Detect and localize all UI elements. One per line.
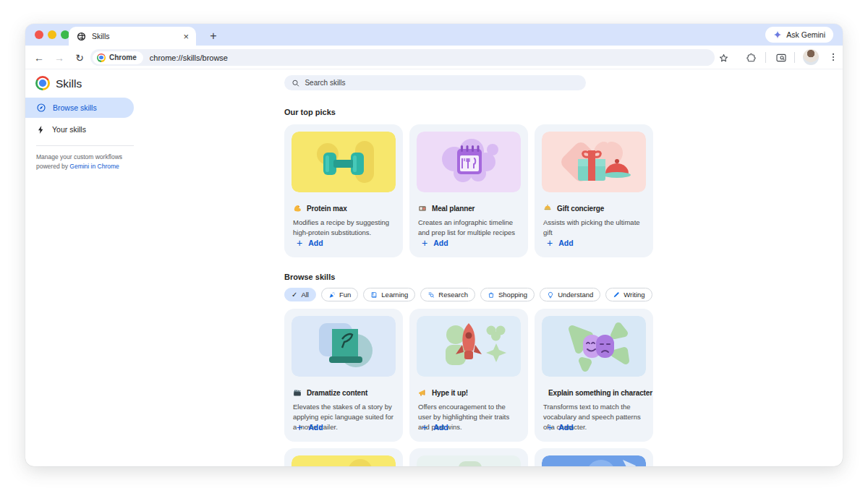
tab-close-icon[interactable]: × [182, 32, 190, 41]
section-heading-top-picks: Our top picks [284, 108, 336, 116]
tab-skills[interactable]: Skills × [69, 27, 196, 46]
chrome-logo-icon [97, 53, 106, 62]
card-title: Hype it up! [432, 389, 468, 397]
add-skill-button[interactable]: + Add [297, 422, 323, 432]
add-skill-button[interactable]: + Add [547, 422, 574, 432]
search-bar[interactable] [284, 75, 586, 90]
ask-gemini-button[interactable]: Ask Gemini [765, 27, 833, 43]
add-skill-button[interactable]: + Add [422, 422, 448, 432]
desktop: Skills × + Ask Gemini ← → ↻ [0, 0, 868, 488]
protein-max-illustration [292, 132, 396, 192]
card-title: Protein max [307, 205, 347, 213]
extensions-icon[interactable] [742, 49, 760, 67]
profile-avatar[interactable] [803, 49, 819, 65]
plus-icon: + [547, 238, 553, 248]
gemini-sparkle-icon [773, 30, 782, 39]
filter-chip-fun[interactable]: Fun [321, 288, 358, 301]
forward-button[interactable]: → [50, 46, 69, 69]
add-label: Add [308, 239, 323, 247]
back-button[interactable]: ← [30, 46, 48, 69]
minimize-window-button[interactable] [48, 30, 56, 39]
address-bar[interactable]: Chrome chrome://skills/browse [90, 49, 715, 66]
compass-icon [36, 103, 46, 113]
add-label: Add [433, 423, 448, 432]
gemini-in-chrome-link[interactable]: Gemini in Chrome [69, 163, 119, 170]
sidebar-item-your-skills[interactable]: Your skills [25, 119, 134, 140]
add-skill-button[interactable]: + Add [297, 238, 323, 248]
skill-card-partial [409, 448, 528, 466]
plus-icon: + [422, 422, 427, 432]
chip-label: Learning [381, 291, 408, 299]
sidebar-divider [36, 145, 134, 146]
globe-icon [77, 32, 86, 41]
plus-icon: + [422, 238, 427, 248]
card-title: Dramatize content [307, 389, 367, 397]
sidebar-item-label: Browse skills [53, 103, 97, 112]
chip-label: Writing [624, 291, 644, 299]
filter-chip-understand[interactable]: Understand [540, 288, 600, 301]
chrome-site-chip[interactable]: Chrome [93, 51, 143, 64]
browser-toolbar: ← → ↻ Chrome chrome://skills/browse [25, 46, 843, 69]
lightbulb-icon [547, 291, 554, 299]
close-window-button[interactable] [35, 30, 43, 39]
bento-emoji-icon [418, 204, 427, 213]
filter-chip-shopping[interactable]: Shopping [480, 288, 535, 301]
add-label: Add [433, 239, 448, 247]
card-description: Creates an infographic timeline and prep… [418, 218, 519, 238]
pen-icon [613, 291, 620, 299]
partial-illustration-pale-blue [417, 455, 521, 466]
gift-concierge-illustration [542, 132, 646, 192]
chip-label: All [301, 291, 309, 299]
megaphone-emoji-icon [418, 388, 427, 397]
shopping-bag-icon [488, 291, 495, 299]
filter-chips: ✓ All Fun Learning [284, 288, 652, 301]
add-skill-button[interactable]: + Add [547, 238, 574, 248]
page-title: Skills [56, 77, 82, 90]
add-label: Add [308, 423, 323, 432]
filter-chip-learning[interactable]: Learning [363, 288, 415, 301]
skill-card-protein-max: Protein max Modifies a recipe by suggest… [284, 124, 403, 257]
skill-card-partial [535, 448, 653, 466]
toolbar-separator [765, 52, 766, 63]
section-heading-browse-skills: Browse skills [284, 273, 335, 281]
plus-icon: + [547, 422, 553, 432]
side-panel-search-icon[interactable] [773, 49, 790, 67]
explain-in-character-illustration [542, 316, 646, 377]
filter-chip-writing[interactable]: Writing [605, 288, 652, 301]
clapperboard-emoji-icon [293, 388, 302, 397]
chip-label: Understand [558, 291, 593, 299]
bookmark-star-icon[interactable] [715, 49, 732, 67]
new-tab-button[interactable]: + [205, 27, 222, 45]
search-input[interactable] [305, 79, 579, 87]
filter-chip-all[interactable]: ✓ All [284, 288, 316, 301]
card-description: Assists with picking the ultimate gift [543, 218, 644, 238]
reload-button[interactable]: ↻ [70, 46, 89, 69]
sidebar-footer-text: Manage your custom workflows powered by … [36, 153, 124, 171]
skill-card-partial [284, 448, 403, 466]
skill-card-dramatize-content: Dramatize content Elevates the stakes of… [284, 309, 403, 442]
card-title: Meal planner [432, 205, 475, 213]
chip-label: Shopping [498, 291, 527, 299]
filter-chip-research[interactable]: Research [420, 288, 475, 301]
dramatize-content-illustration [292, 316, 396, 377]
plus-icon: + [297, 422, 302, 432]
tab-strip: Skills × + Ask Gemini [25, 24, 843, 46]
meal-planner-illustration [417, 132, 521, 192]
skill-card-hype-it-up: Hype it up! Offers encouragement to the … [409, 309, 528, 442]
card-title: Explain something in character [548, 389, 652, 397]
menu-kebab-icon[interactable] [825, 49, 841, 65]
chrome-chip-label: Chrome [109, 53, 137, 61]
sidebar-item-browse-skills[interactable]: Browse skills [25, 98, 134, 118]
ask-gemini-label: Ask Gemini [786, 30, 825, 39]
skill-card-meal-planner: Meal planner Creates an infographic time… [409, 124, 528, 257]
add-skill-button[interactable]: + Add [422, 238, 448, 248]
url-text: chrome://skills/browse [150, 53, 228, 62]
bellhop-bell-emoji-icon [543, 204, 552, 213]
partial-illustration-yellow [292, 455, 396, 466]
partial-illustration-blue [542, 455, 646, 466]
add-label: Add [558, 239, 573, 247]
add-label: Add [558, 423, 573, 432]
check-icon: ✓ [292, 291, 297, 299]
book-icon [370, 291, 378, 299]
browser-window: Skills × + Ask Gemini ← → ↻ [25, 24, 843, 466]
